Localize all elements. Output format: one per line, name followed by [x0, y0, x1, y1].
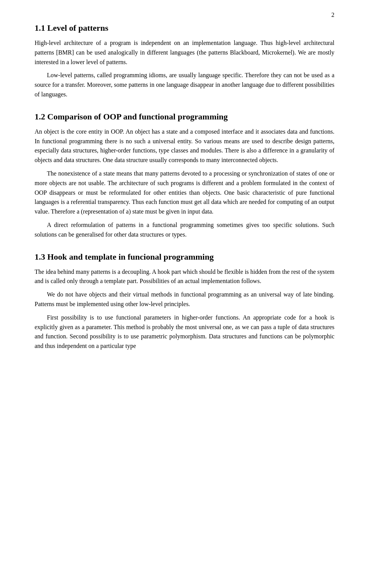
section-1-1: 1.1 Level of patterns High-level archite…: [35, 23, 334, 99]
section-1-3-heading: 1.3 Hook and template in funcional progr…: [35, 252, 334, 262]
section-1-3: 1.3 Hook and template in funcional progr…: [35, 252, 334, 351]
section-1-3-para-3: First possibility is to use functional p…: [35, 313, 334, 351]
page-number: 2: [331, 12, 334, 18]
page: 2 1.1 Level of patterns High-level archi…: [0, 0, 369, 588]
section-1-2-para-3: A direct reformulation of patterns in a …: [35, 220, 334, 240]
section-1-2-para-1: An object is the core entity in OOP. An …: [35, 127, 334, 165]
section-1-1-para-2: Low-level patterns, called programming i…: [35, 71, 334, 99]
section-1-2-para-2: The nonexistence of a state means that m…: [35, 169, 334, 217]
section-1-3-para-2: We do not have objects and their virtual…: [35, 290, 334, 309]
section-1-3-para-1: The idea behind many patterns is a decou…: [35, 267, 334, 287]
section-1-2: 1.2 Comparison of OOP and functional pro…: [35, 112, 334, 240]
section-1-1-heading: 1.1 Level of patterns: [35, 23, 334, 33]
section-1-2-heading: 1.2 Comparison of OOP and functional pro…: [35, 112, 334, 122]
section-1-1-para-1: High-level architecture of a program is …: [35, 38, 334, 67]
